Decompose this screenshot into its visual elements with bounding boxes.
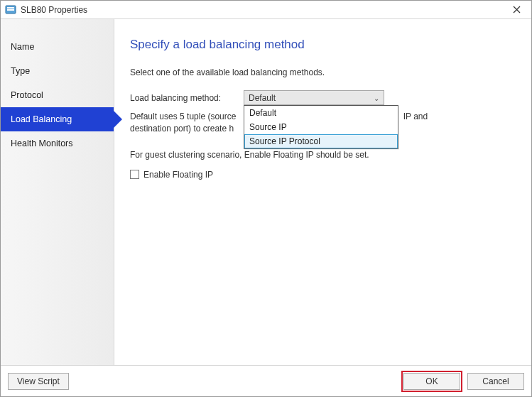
desc-fragment: Default uses 5 tuple (source — [130, 111, 244, 123]
titlebar: SLB80 Properties — [1, 1, 531, 19]
content-pane: Specify a load balancing method Select o… — [114, 19, 531, 365]
method-option-label: Source IP Protocol — [249, 136, 320, 146]
view-script-button[interactable]: View Script — [8, 373, 69, 390]
button-label: Cancel — [482, 376, 509, 386]
dialog-body: Name Type Protocol Load Balancing Health… — [1, 19, 531, 365]
button-label: OK — [425, 376, 438, 386]
sidebar-item-label: Type — [11, 66, 30, 76]
close-icon — [513, 6, 521, 13]
desc-fragment: destination port) to create h — [130, 124, 234, 134]
svg-rect-2 — [7, 9, 14, 11]
sidebar-item-label: Load Balancing — [11, 114, 72, 124]
floating-ip-label: Enable Floating IP — [143, 170, 213, 180]
desc-fragment: IP and — [403, 112, 428, 121]
button-label: View Script — [17, 376, 60, 386]
sidebar-item-label: Protocol — [11, 90, 43, 100]
sidebar-item-health-monitors[interactable]: Health Monitors — [1, 131, 114, 156]
floating-ip-note: For guest clustering scenario, Enable Fl… — [130, 150, 510, 160]
floating-ip-checkbox[interactable] — [130, 170, 139, 179]
floating-ip-row: Enable Floating IP — [130, 170, 510, 180]
method-option-default[interactable]: Default — [244, 106, 398, 120]
sidebar-item-name[interactable]: Name — [1, 35, 114, 59]
method-label: Load balancing method: — [130, 93, 244, 103]
page-subtitle: Select one of the available load balanci… — [130, 67, 510, 77]
sidebar-item-type[interactable]: Type — [1, 59, 114, 83]
close-button[interactable] — [504, 1, 528, 18]
method-option-label: Source IP — [249, 122, 287, 132]
app-icon — [5, 4, 16, 16]
page-title: Specify a load balancing method — [130, 38, 510, 52]
sidebar-item-protocol[interactable]: Protocol — [1, 83, 114, 107]
method-combobox[interactable]: Default ⌄ — [244, 90, 384, 105]
method-option-source-ip-protocol[interactable]: Source IP Protocol — [244, 134, 398, 148]
method-dropdown: Default Source IP Source IP Protocol — [244, 105, 398, 149]
sidebar-item-load-balancing[interactable]: Load Balancing — [1, 107, 114, 131]
chevron-down-icon: ⌄ — [374, 94, 379, 102]
method-selected-value: Default — [249, 93, 276, 103]
window-title: SLB80 Properties — [21, 5, 504, 15]
method-option-label: Default — [249, 108, 276, 118]
sidebar-item-label: Health Monitors — [11, 138, 73, 148]
method-option-source-ip[interactable]: Source IP — [244, 120, 398, 134]
sidebar: Name Type Protocol Load Balancing Health… — [1, 19, 114, 365]
method-row: Load balancing method: Default ⌄ Default… — [130, 90, 510, 105]
dialog-footer: View Script OK Cancel — [1, 365, 531, 396]
cancel-button[interactable]: Cancel — [467, 373, 524, 390]
ok-button[interactable]: OK — [403, 373, 460, 390]
sidebar-item-label: Name — [11, 42, 34, 52]
svg-rect-1 — [7, 7, 14, 9]
properties-dialog: SLB80 Properties Name Type Protocol Load… — [0, 0, 532, 397]
